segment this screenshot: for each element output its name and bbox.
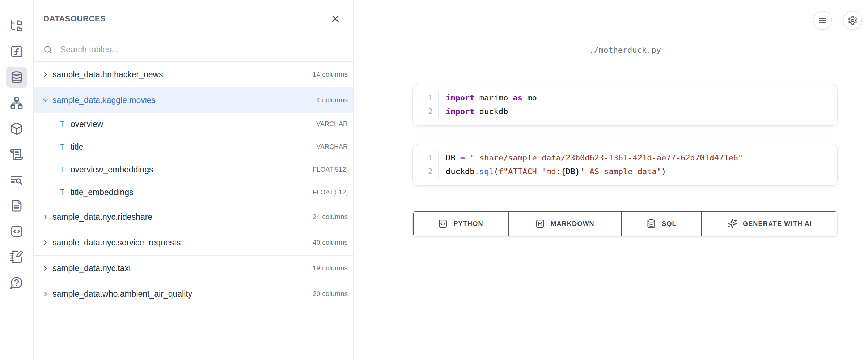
add-cell-actionbar: PYTHONMARKDOWNSQLGENERATE WITH AI — [412, 211, 838, 237]
list-search-icon — [10, 173, 24, 187]
table-name: sample_data.nyc.taxi — [52, 263, 309, 273]
chevron-right-icon — [42, 290, 49, 298]
action-label: SQL — [662, 220, 677, 228]
box-icon — [10, 122, 24, 136]
table-column-count: 14 columns — [313, 70, 348, 78]
scroll-text-icon — [10, 147, 24, 161]
settings-button[interactable] — [843, 11, 862, 30]
network-icon — [10, 96, 24, 110]
column-name: overview_embeddings — [71, 165, 307, 175]
chevron-right-icon — [42, 239, 49, 247]
action-label: PYTHON — [453, 220, 483, 228]
table-row[interactable]: sample_data.nyc.taxi19 columns — [34, 256, 353, 281]
search-input[interactable] — [60, 45, 344, 55]
sidebar-item-logs[interactable] — [6, 143, 27, 165]
code-editor[interactable]: DB = "_share/sample_data/23b0d623-1361-4… — [439, 151, 837, 179]
table-row[interactable]: sample_data.nyc.rideshare24 columns — [34, 204, 353, 230]
table-group: sample_data.hn.hacker_news14 columns — [34, 62, 353, 87]
table-column-count: 20 columns — [313, 290, 348, 298]
folder-tree-icon — [10, 19, 24, 33]
column-name: overview — [71, 119, 310, 129]
notebook-content: ./motherduck.py 12import marimo as moimp… — [412, 0, 838, 360]
generate-ai-button[interactable]: GENERATE WITH AI — [701, 211, 837, 236]
icon-sidebar — [0, 0, 33, 360]
search-icon — [43, 45, 53, 55]
table-column-count: 24 columns — [313, 213, 348, 221]
table-group: sample_data.nyc.rideshare24 columns — [34, 204, 353, 230]
column-type: VARCHAR — [316, 120, 348, 128]
close-panel-button[interactable] — [328, 12, 343, 26]
database-icon — [646, 219, 656, 229]
chevron-right-icon — [42, 265, 49, 272]
column-row[interactable]: ToverviewVARCHAR — [34, 113, 353, 136]
code-cell[interactable]: 12DB = "_share/sample_data/23b0d623-1361… — [412, 144, 838, 186]
sidebar-item-snippets[interactable] — [6, 220, 27, 242]
notebook-area: ./motherduck.py 12import marimo as moimp… — [354, 0, 868, 360]
chevron-right-icon — [42, 213, 49, 221]
column-row[interactable]: Toverview_embeddingsFLOAT[512] — [34, 158, 353, 181]
column-row[interactable]: TtitleVARCHAR — [34, 136, 353, 158]
column-name: title — [71, 142, 310, 152]
square-code-icon — [10, 224, 24, 238]
sidebar-item-tracebacks[interactable] — [6, 169, 27, 191]
sidebar-item-scratchpad[interactable] — [6, 246, 27, 268]
sidebar-item-help[interactable] — [6, 272, 27, 293]
text-type-icon: T — [60, 188, 64, 197]
text-type-icon: T — [60, 166, 64, 174]
table-column-count: 19 columns — [313, 264, 348, 272]
table-column-count: 40 columns — [313, 239, 348, 247]
table-name: sample_data.kaggle.movies — [52, 95, 313, 105]
sidebar-item-file-explorer[interactable] — [6, 15, 27, 37]
line-number-gutter: 12 — [413, 151, 439, 179]
sidebar-item-dependencies[interactable] — [6, 92, 27, 114]
column-row[interactable]: Ttitle_embeddingsFLOAT[512] — [34, 181, 353, 204]
column-type: VARCHAR — [316, 143, 348, 151]
table-row[interactable]: sample_data.kaggle.movies4 columns — [34, 87, 353, 113]
table-group: sample_data.kaggle.movies4 columnsToverv… — [34, 87, 353, 204]
table-group: sample_data.who.ambient_air_quality20 co… — [34, 281, 353, 307]
add-markdown-button[interactable]: MARKDOWN — [508, 211, 621, 236]
settings-icon — [848, 16, 858, 25]
sidebar-item-documentation[interactable] — [6, 195, 27, 217]
column-type: FLOAT[512] — [313, 166, 348, 173]
table-name: sample_data.who.ambient_air_quality — [52, 289, 309, 299]
notebook-filename: ./motherduck.py — [412, 46, 838, 55]
table-row[interactable]: sample_data.who.ambient_air_quality20 co… — [34, 281, 353, 307]
notebook-pen-icon — [10, 250, 24, 264]
sidebar-item-datasources[interactable] — [6, 67, 27, 88]
file-text-icon — [10, 199, 24, 213]
table-group: sample_data.nyc.service_requests40 colum… — [34, 230, 353, 256]
line-number-gutter: 12 — [413, 91, 439, 119]
table-name: sample_data.hn.hacker_news — [52, 70, 309, 80]
search-bar — [34, 38, 353, 62]
code-editor[interactable]: import marimo as moimport duckdb — [439, 91, 837, 119]
table-list: sample_data.hn.hacker_news14 columnssamp… — [34, 62, 353, 307]
datasources-panel: DATASOURCES sample_data.hn.hacker_news14… — [33, 0, 354, 360]
text-type-icon: T — [60, 120, 64, 129]
panel-header: DATASOURCES — [34, 0, 353, 38]
square-code-icon — [438, 219, 448, 229]
add-sql-button[interactable]: SQL — [621, 211, 701, 236]
action-label: GENERATE WITH AI — [743, 220, 812, 228]
square-function-icon — [10, 45, 24, 59]
chevron-right-icon — [42, 71, 49, 78]
table-name: sample_data.nyc.rideshare — [52, 212, 309, 222]
sidebar-item-packages[interactable] — [6, 118, 27, 140]
chevron-down-icon — [42, 97, 49, 104]
sidebar-item-functions[interactable] — [6, 41, 27, 63]
column-name: title_embeddings — [71, 188, 307, 197]
table-group: sample_data.nyc.taxi19 columns — [34, 256, 353, 281]
table-row[interactable]: sample_data.nyc.service_requests40 colum… — [34, 230, 353, 255]
sparkles-icon — [727, 219, 737, 229]
column-type: FLOAT[512] — [313, 189, 348, 196]
panel-title: DATASOURCES — [43, 14, 328, 23]
action-label: MARKDOWN — [551, 220, 594, 228]
database-icon — [10, 70, 24, 84]
text-type-icon: T — [60, 143, 64, 151]
message-question-icon — [10, 276, 24, 290]
add-python-button[interactable]: PYTHON — [413, 211, 508, 236]
table-name: sample_data.nyc.service_requests — [52, 238, 309, 248]
table-row[interactable]: sample_data.hn.hacker_news14 columns — [34, 62, 353, 87]
code-cell[interactable]: 12import marimo as moimport duckdb — [412, 84, 838, 126]
table-column-count: 4 columns — [316, 96, 348, 104]
